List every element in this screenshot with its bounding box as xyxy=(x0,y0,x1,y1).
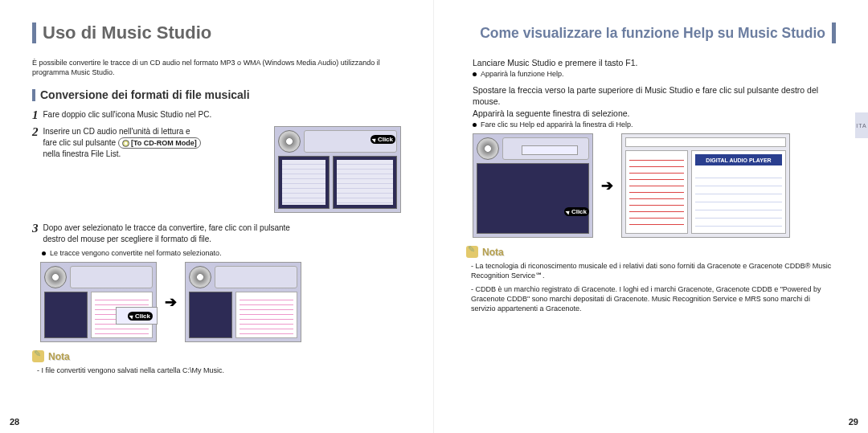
step-b-bullet: Fare clic su Help ed apparirà la finestr… xyxy=(473,121,836,129)
section-bar-icon xyxy=(32,89,35,101)
arrow-right-icon: ➔ xyxy=(165,293,177,311)
title-bar-icon xyxy=(832,22,836,43)
page-28: Uso di Music Studio È possibile converti… xyxy=(0,0,434,433)
step-a-bullet: Apparirà la funzione Help. xyxy=(473,70,836,78)
step2-line1: Inserire un CD audio nell'unità di lettu… xyxy=(43,127,190,136)
bullet-icon xyxy=(473,72,477,76)
step-number: 3 xyxy=(32,223,39,235)
dial-icon xyxy=(189,266,211,288)
step2-line2a: fare clic sul pulsante xyxy=(43,138,118,147)
cd-icon xyxy=(122,140,129,147)
page-title: Come visualizzare la funzione Help su Mu… xyxy=(480,25,825,42)
bullet-icon xyxy=(473,123,477,127)
step-2: 2 Inserire un CD audio nell'unità di let… xyxy=(32,126,264,159)
cursor-icon xyxy=(565,209,571,214)
help-banner: DIGITAL AUDIO PLAYER xyxy=(695,154,782,165)
side-tab: ITA xyxy=(855,112,868,138)
step-text: Fare doppio clic sull'icona Music Studio… xyxy=(43,109,402,121)
chip-label: [To CD-ROM Mode] xyxy=(131,138,197,148)
click-label: Click xyxy=(378,136,393,143)
screenshot-step3b xyxy=(185,262,301,342)
step-text: Dopo aver selezionato le tracce da conve… xyxy=(43,223,402,244)
screenshot-step2: Click xyxy=(274,126,401,213)
step2-line3: nella finestra File List. xyxy=(43,149,121,158)
panel-mock-right xyxy=(333,156,397,209)
page-number: 28 xyxy=(10,417,19,427)
click-label: Click xyxy=(135,312,150,320)
step-text: Inserire un CD audio nell'unità di lettu… xyxy=(43,126,265,159)
step-b2: Apparirà la seguente finestra di selezio… xyxy=(473,108,836,118)
dial-icon xyxy=(278,130,301,153)
page-title: Uso di Music Studio xyxy=(43,22,211,43)
page-title-row: Uso di Music Studio xyxy=(32,22,401,43)
nota-icon xyxy=(32,350,44,362)
panel-mock-left xyxy=(278,156,330,209)
bullet-text: Le tracce vengono convertite nel formato… xyxy=(50,249,222,257)
help-tree-mock xyxy=(625,150,688,234)
intro-text: È possibile convertire le tracce di un C… xyxy=(32,58,401,77)
list-mock xyxy=(235,292,297,338)
help-content-mock: DIGITAL AUDIO PLAYER xyxy=(691,150,786,234)
nota-text: - I file convertiti vengono salvati nell… xyxy=(37,366,401,375)
click-badge: Click xyxy=(564,207,589,216)
step3-bullet: Le tracce vengono convertite nel formato… xyxy=(42,249,401,257)
screenshot-step3a: Click xyxy=(40,262,157,342)
bullet-icon xyxy=(42,251,46,255)
dial-icon xyxy=(44,266,67,288)
step-3: 3 Dopo aver selezionato le tracce da con… xyxy=(32,223,401,244)
click-badge: Click xyxy=(371,135,395,144)
nota-row: Nota xyxy=(466,246,836,258)
step-number: 2 xyxy=(32,126,39,138)
help-screenshots: Click ➔ DIGITAL AUDIO PLAYER xyxy=(473,133,836,238)
nota-label: Nota xyxy=(48,351,70,362)
click-badge: Click xyxy=(128,312,153,321)
nota-text-1: - La tecnologia di riconoscimento musica… xyxy=(471,261,836,280)
screenshot-help-a: Click xyxy=(473,133,593,238)
step-a: Lanciare Music Studio e premere il tasto… xyxy=(473,58,836,67)
nota-icon xyxy=(466,246,478,258)
arrow-right-icon: ➔ xyxy=(601,177,613,194)
step-b1: Spostare la freccia verso la parte super… xyxy=(473,84,836,107)
panel-mock xyxy=(477,163,589,234)
cd-rom-mode-chip: [To CD-ROM Mode] xyxy=(118,137,201,149)
bullet-text: Fare clic su Help ed apparirà la finestr… xyxy=(481,121,633,129)
cursor-icon xyxy=(371,137,377,142)
toolbar-mock xyxy=(215,266,297,288)
help-titlebar-mock xyxy=(625,137,786,147)
nota-row: Nota xyxy=(32,350,401,362)
step-number: 1 xyxy=(32,109,39,121)
page-title-row: Come visualizzare la funzione Help su Mu… xyxy=(466,22,836,43)
section-heading-row: Conversione dei formati di file musicali xyxy=(32,88,401,101)
panel-mock xyxy=(189,292,232,338)
bullet-text: Apparirà la funzione Help. xyxy=(481,70,564,78)
toolbar-mock xyxy=(70,266,153,288)
step3-screenshots: Click ➔ xyxy=(40,262,401,342)
step-1: 1 Fare doppio clic sull'icona Music Stud… xyxy=(32,109,401,121)
section-heading: Conversione dei formati di file musicali xyxy=(40,88,250,101)
context-menu-mock xyxy=(522,145,578,155)
page-number: 29 xyxy=(849,417,858,427)
click-label: Click xyxy=(571,208,587,215)
title-bar-icon xyxy=(32,22,36,43)
page-29: Come visualizzare la funzione Help su Mu… xyxy=(434,0,868,433)
step-2-row: 2 Inserire un CD audio nell'unità di let… xyxy=(32,126,401,213)
dial-icon xyxy=(477,137,499,160)
nota-label: Nota xyxy=(482,247,504,258)
screenshot-help-b: DIGITAL AUDIO PLAYER xyxy=(621,133,790,238)
cursor-icon xyxy=(129,313,134,319)
panel-mock xyxy=(44,292,88,338)
nota-text-2: - CDDB è un marchio registrato di Gracen… xyxy=(471,284,836,313)
